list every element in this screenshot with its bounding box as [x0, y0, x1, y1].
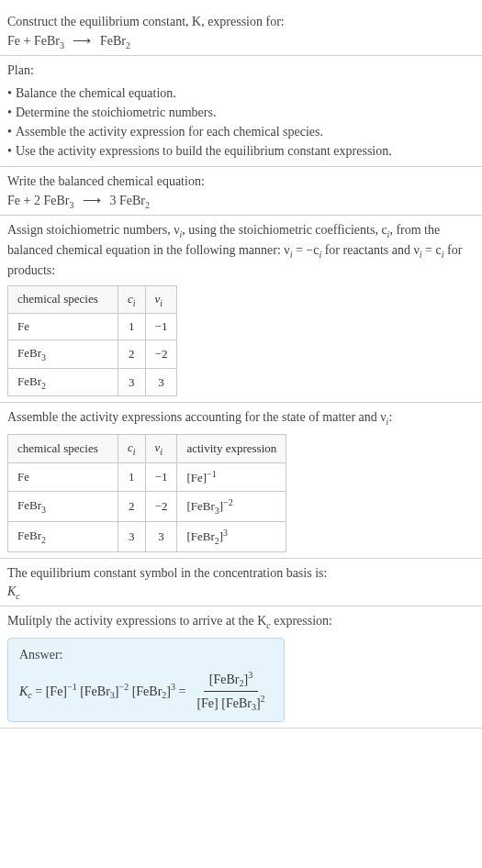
plan-item: •Determine the stoichiometric numbers.	[7, 103, 475, 122]
bullet-icon: •	[7, 144, 12, 158]
arrow-icon: ⟶	[83, 194, 101, 207]
col-vi: νi	[145, 285, 177, 314]
table-row: FeBr3 2 −2	[8, 340, 177, 369]
header-section: Construct the equilibrium constant, K, e…	[0, 7, 482, 56]
col-activity: activity expression	[177, 435, 286, 463]
table-header-row: chemical species ci νi	[8, 285, 177, 314]
bullet-icon: •	[7, 125, 12, 139]
denominator: [Fe] [FeBr3]2	[191, 692, 270, 712]
unbalanced-equation: Fe + FeBr3 ⟶ FeBr2	[7, 33, 475, 50]
bullet-icon: •	[7, 106, 12, 119]
balanced-section: Write the balanced chemical equation: Fe…	[0, 167, 482, 216]
numerator: [FeBr2]3	[204, 670, 258, 691]
multiply-text: Mulitply the activity expressions to arr…	[7, 612, 475, 632]
table-row: FeBr2 3 3	[8, 368, 177, 396]
plan-item: •Balance the chemical equation.	[7, 83, 475, 103]
table-row: FeBr3 2 −2 [FeBr3]−2	[8, 492, 286, 522]
plan-title: Plan:	[7, 61, 475, 80]
col-ci: ci	[118, 285, 146, 314]
table-row: Fe 1 −1	[8, 314, 177, 340]
activity-table: chemical species ci νi activity expressi…	[7, 434, 286, 552]
assign-text: Assign stoichiometric numbers, νi, using…	[7, 221, 475, 279]
symbol-section: The equilibrium constant symbol in the c…	[0, 559, 482, 606]
stoichiometric-table: chemical species ci νi Fe 1 −1 FeBr3 2 −…	[7, 285, 177, 397]
title-text: Construct the equilibrium constant, K, e…	[7, 15, 285, 28]
answer-box: Answer: Kc = [Fe]−1 [FeBr3]−2 [FeBr2]3 =…	[7, 638, 285, 722]
assemble-section: Assemble the activity expressions accoun…	[0, 403, 482, 559]
balanced-equation: Fe + 2 FeBr3 ⟶ 3 FeBr2	[7, 193, 475, 210]
plan-section: Plan: •Balance the chemical equation. •D…	[0, 56, 482, 167]
col-species: chemical species	[8, 435, 118, 463]
table-row: FeBr2 3 3 [FeBr2]3	[8, 521, 286, 551]
table-header-row: chemical species ci νi activity expressi…	[8, 435, 286, 463]
table-row: Fe 1 −1 [Fe]−1	[8, 462, 286, 491]
construct-title: Construct the equilibrium constant, K, e…	[7, 13, 475, 31]
bullet-icon: •	[7, 86, 12, 100]
balanced-title: Write the balanced chemical equation:	[7, 172, 475, 191]
plan-item: •Assemble the activity expression for ea…	[7, 122, 475, 141]
col-ci: ci	[118, 435, 146, 463]
kc-expression: Kc = [Fe]−1 [FeBr3]−2 [FeBr2]3 = [FeBr2]…	[19, 670, 273, 712]
multiply-section: Mulitply the activity expressions to arr…	[0, 606, 482, 729]
fraction: [FeBr2]3 [Fe] [FeBr3]2	[191, 670, 270, 712]
col-vi: νi	[145, 435, 177, 463]
arrow-icon: ⟶	[73, 34, 91, 48]
assign-section: Assign stoichiometric numbers, νi, using…	[0, 216, 482, 403]
answer-label: Answer:	[19, 648, 273, 662]
plan-item: •Use the activity expressions to build t…	[7, 141, 475, 161]
col-species: chemical species	[8, 285, 118, 314]
symbol-text: The equilibrium constant symbol in the c…	[7, 564, 475, 583]
assemble-title: Assemble the activity expressions accoun…	[7, 408, 475, 428]
kc-symbol: Kc	[7, 584, 475, 601]
plan-list: •Balance the chemical equation. •Determi…	[7, 83, 475, 161]
